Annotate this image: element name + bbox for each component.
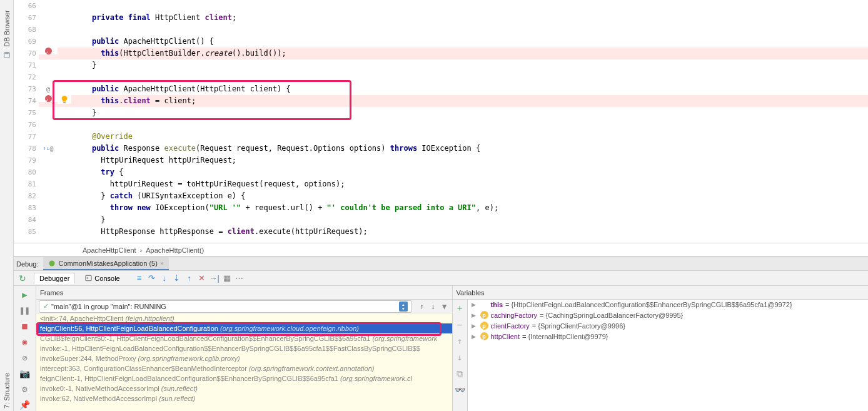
code-line-72[interactable]: 72 [14,71,868,83]
code-content[interactable]: } [71,214,868,226]
duplicate-icon[interactable]: ⧉ [453,367,466,380]
code-line-76[interactable]: 76 [14,119,868,131]
stack-frame[interactable]: CGLIB$feignClient$0:-1, HttpClientFeignL… [36,333,452,343]
code-content[interactable]: this.client = client; [71,95,868,107]
filter-icon[interactable]: ▼ [440,302,450,312]
camera-icon[interactable]: 📷 [19,367,31,379]
evaluate-icon[interactable]: ▦ [221,273,233,284]
breakpoint-hit-icon[interactable] [45,95,52,102]
bulb-icon[interactable] [60,95,69,104]
close-icon[interactable]: × [160,260,164,267]
variable-row[interactable]: ▶p httpClient = {InternalHttpClient@9979… [468,331,869,342]
settings-icon[interactable]: ⚙ [19,383,31,395]
run-config-tab[interactable]: CommonMistakesApplication (5) × [43,257,169,270]
tab-console[interactable]: Console [80,273,124,283]
code-content[interactable]: public ApacheHttpClient(HttpClient clien… [71,83,868,95]
code-line-77[interactable]: 77 @Override [14,131,868,143]
line-number: 84 [14,214,39,226]
code-content[interactable]: private final HttpClient client; [71,12,868,24]
threads-icon[interactable]: ≡ [134,273,145,284]
stack-frame[interactable]: invoke0:-1, NativeMethodAccessorImpl (su… [36,383,452,393]
code-content[interactable]: try { [71,166,868,178]
expand-icon[interactable]: ▶ [472,312,478,318]
run-to-cursor-icon[interactable]: →| [209,273,220,284]
force-step-into-icon[interactable]: ⇣ [171,273,183,284]
code-line-74[interactable]: 74 this.client = client; [14,95,868,107]
code-content[interactable]: HttpResponse httpResponse = client.execu… [71,226,868,238]
frame-down-icon[interactable]: ↓ [428,302,438,312]
db-browser-tab[interactable]: DB Browser [3,10,11,47]
stack-frame[interactable]: invoke:-1, HttpClientFeignLoadBalancedCo… [36,343,452,353]
rerun-icon[interactable]: ↻ [16,272,29,285]
watch-up-icon[interactable]: ↑ [453,335,466,347]
stack-frame[interactable]: feignClient:56, HttpClientFeignLoadBalan… [36,323,452,333]
thread-selector[interactable]: ✓ "main"@1 in group "main": RUNNING [39,300,412,313]
structure-tab[interactable]: 7: Structure [3,373,11,408]
svg-rect-1 [63,102,66,103]
drop-frame-icon[interactable]: ✕ [196,273,208,284]
glasses-icon[interactable]: 👓 [453,383,466,396]
code-line-67[interactable]: 67 private final HttpClient client; [14,12,868,24]
stack-frame[interactable]: invoke:62, NativeMethodAccessorImpl (sun… [36,393,452,403]
tab-debugger[interactable]: Debugger [34,273,75,284]
stack-frame[interactable]: invokeSuper:244, MethodProxy (org.spring… [36,353,452,363]
code-line-80[interactable]: 80 try { [14,166,868,178]
code-editor[interactable]: 6667 private final HttpClient client;686… [14,0,868,256]
code-content[interactable]: httpUriRequest = toHttpUriRequest(reques… [71,178,868,190]
code-line-73[interactable]: 73@ public ApacheHttpClient(HttpClient c… [14,83,868,95]
code-line-84[interactable]: 84 } [14,214,868,226]
mute-breakpoints-icon[interactable]: ⊘ [19,352,31,363]
code-content[interactable]: public ApacheHttpClient() { [71,36,868,48]
code-content[interactable]: public Response execute(Request request,… [71,143,868,155]
code-content[interactable]: } [71,59,868,71]
code-content[interactable]: } [71,107,868,119]
code-content[interactable]: this(HttpClientBuilder.create().build())… [71,48,868,59]
step-over-icon[interactable]: ↷ [146,273,158,284]
code-content[interactable]: } catch (URISyntaxException e) { [71,190,868,202]
stop-icon[interactable]: ■ [19,320,31,332]
code-content[interactable]: throw new IOException("URL '" + request.… [71,202,868,214]
stack-frame[interactable]: intercept:363, ConfigurationClassEnhance… [36,363,452,373]
code-line-75[interactable]: 75 } [14,107,868,119]
stack-frame[interactable]: <init>:74, ApacheHttpClient (feign.httpc… [36,313,452,323]
code-line-66[interactable]: 66 [14,0,868,12]
step-out-icon[interactable]: ↑ [184,273,195,284]
remove-watch-icon[interactable]: − [453,318,466,331]
expand-icon[interactable]: ▶ [472,302,478,308]
code-line-85[interactable]: 85 HttpResponse httpResponse = client.ex… [14,226,868,238]
breadcrumb-method[interactable]: ApacheHttpClient() [146,246,204,254]
code-line-79[interactable]: 79 HttpUriRequest httpUriRequest; [14,155,868,166]
watch-down-icon[interactable]: ↓ [453,351,466,363]
variable-row[interactable]: ▶p clientFactory = {SpringClientFactory@… [468,320,869,331]
variable-row[interactable]: ▶ this = {HttpClientFeignLoadBalancedCon… [468,300,869,310]
code-line-69[interactable]: 69 public ApacheHttpClient() { [14,36,868,48]
pause-icon[interactable]: ❚❚ [19,304,31,316]
new-watch-icon[interactable]: ＋ [453,302,466,315]
code-line-68[interactable]: 68 [14,24,868,36]
view-breakpoints-icon[interactable]: ◉ [19,336,31,348]
code-content[interactable]: HttpUriRequest httpUriRequest; [71,155,868,166]
param-badge-icon: p [480,322,488,330]
breakpoint-hit-icon[interactable] [45,48,52,54]
variables-header: Variables [453,286,869,300]
pin-icon[interactable]: 📌 [19,399,31,411]
code-content[interactable]: @Override [71,131,868,143]
code-line-70[interactable]: 70 this(HttpClientBuilder.create().build… [14,48,868,59]
more-icon[interactable]: ⋯ [234,273,245,284]
resume-icon[interactable]: ▶ [19,288,31,300]
breadcrumb[interactable]: ApacheHttpClient › ApacheHttpClient() [14,243,868,256]
frame-up-icon[interactable]: ↑ [417,302,427,312]
expand-icon[interactable]: ▶ [472,323,478,329]
dropdown-arrows-icon[interactable] [399,302,408,312]
line-number: 80 [14,166,39,178]
code-line-71[interactable]: 71 } [14,59,868,71]
code-line-83[interactable]: 83 throw new IOException("URL '" + reque… [14,202,868,214]
code-line-78[interactable]: 78↑↓ @ public Response execute(Request r… [14,143,868,155]
expand-icon[interactable]: ▶ [472,333,478,340]
code-line-82[interactable]: 82 } catch (URISyntaxException e) { [14,190,868,202]
variable-row[interactable]: ▶p cachingFactory = {CachingSpringLoadBa… [468,310,869,320]
step-into-icon[interactable]: ↓ [159,273,170,284]
stack-frame[interactable]: feignClient:-1, HttpClientFeignLoadBalan… [36,373,452,383]
breadcrumb-class[interactable]: ApacheHttpClient [83,246,136,254]
code-line-81[interactable]: 81 httpUriRequest = toHttpUriRequest(req… [14,178,868,190]
